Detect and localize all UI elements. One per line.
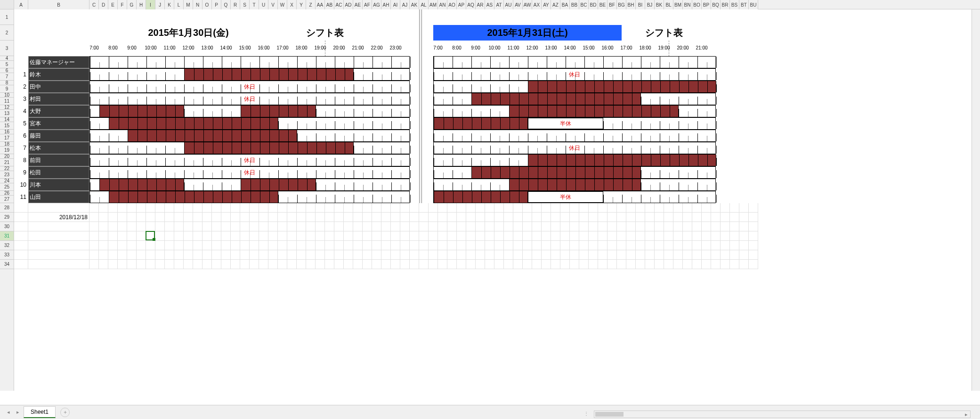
day1-row-前田[interactable]: 休日 [89,154,410,166]
col-head-AV[interactable]: AV [513,0,523,9]
col-head-BQ[interactable]: BQ [711,0,721,9]
col-head-AA[interactable]: AA [316,0,325,9]
add-sheet-button[interactable]: ＋ [60,408,70,417]
col-head-Y[interactable]: Y [297,0,306,9]
row-head-19[interactable]: 19 [0,147,14,154]
col-head-E[interactable]: E [108,0,118,9]
row-head-33[interactable]: 33 [0,250,14,260]
col-head-AW[interactable]: AW [523,0,532,9]
col-head-AK[interactable]: AK [410,0,419,9]
row-head-31[interactable]: 31 [0,231,14,241]
col-head-BC[interactable]: BC [579,0,589,9]
day1-row-藤田[interactable] [89,130,410,142]
col-head-Q[interactable]: Q [221,0,231,9]
col-head-BN[interactable]: BN [683,0,692,9]
scroll-right-icon[interactable]: ▸ [963,411,970,418]
col-head-AX[interactable]: AX [532,0,542,9]
col-head-AI[interactable]: AI [391,0,400,9]
row-head-25[interactable]: 25 [0,183,14,191]
col-head-L[interactable]: L [174,0,184,9]
col-head-BS[interactable]: BS [730,0,739,9]
col-head-BU[interactable]: BU [749,0,758,9]
row-head-4[interactable]: 4 [0,56,14,61]
col-head-K[interactable]: K [165,0,174,9]
col-head-BR[interactable]: BR [721,0,730,9]
col-head-V[interactable]: V [268,0,278,9]
col-head-BM[interactable]: BM [673,0,683,9]
col-head-AY[interactable]: AY [542,0,551,9]
col-head-AM[interactable]: AM [429,0,438,9]
col-head-BK[interactable]: BK [655,0,664,9]
tab-nav-prev-icon[interactable]: ▸ [14,409,22,416]
day1-row-村田[interactable]: 休日 [89,93,410,105]
col-head-H[interactable]: H [137,0,146,9]
day1-row-大野[interactable] [89,105,410,117]
row-head-32[interactable]: 32 [0,241,14,250]
col-head-AJ[interactable]: AJ [400,0,410,9]
col-head-W[interactable]: W [278,0,287,9]
row-head-29[interactable]: 29 [0,213,14,222]
sheet-tab[interactable]: Sheet1 [24,406,56,418]
day1-row-川本[interactable] [89,179,410,191]
day1-row-松田[interactable]: 休日 [89,166,410,179]
row-head-3[interactable]: 3 [0,41,14,56]
col-head-BI[interactable]: BI [636,0,645,9]
col-head-BB[interactable]: BB [570,0,579,9]
row-head-23[interactable]: 23 [0,171,14,179]
col-head-BD[interactable]: BD [589,0,598,9]
col-head-BL[interactable]: BL [664,0,673,9]
col-head-BT[interactable]: BT [739,0,749,9]
col-head-AO[interactable]: AO [447,0,457,9]
row-head-9[interactable]: 9 [0,85,14,93]
col-head-BJ[interactable]: BJ [645,0,655,9]
row-head-18[interactable]: 18 [0,142,14,147]
col-head-AC[interactable]: AC [334,0,344,9]
day2-row-鈴木[interactable]: 休日 [433,68,716,81]
day1-row-松本[interactable] [89,142,410,154]
row-head-12[interactable]: 12 [0,105,14,110]
day1-row-山田[interactable] [89,191,410,203]
day2-row-松本[interactable]: 休日 [433,142,716,154]
col-head-BO[interactable]: BO [692,0,702,9]
day2-row-田中[interactable] [433,81,716,93]
col-head-U[interactable]: U [259,0,268,9]
col-head-Z[interactable]: Z [306,0,316,9]
row-head-14[interactable]: 14 [0,117,14,122]
row-head-13[interactable]: 13 [0,110,14,117]
row-head-34[interactable]: 34 [0,260,14,269]
col-head-AU[interactable]: AU [504,0,513,9]
col-head-BP[interactable]: BP [702,0,711,9]
select-all-corner[interactable] [0,0,14,9]
col-head-AH[interactable]: AH [381,0,391,9]
col-head-AF[interactable]: AF [363,0,372,9]
col-head-AN[interactable]: AN [438,0,447,9]
col-head-F[interactable]: F [118,0,127,9]
row-head-26[interactable]: 26 [0,191,14,196]
col-head-BG[interactable]: BG [617,0,626,9]
day2-row-藤田[interactable] [433,130,716,142]
vertical-scrollbar[interactable] [972,9,980,391]
row-head-21[interactable]: 21 [0,159,14,166]
row-head-27[interactable]: 27 [0,196,14,203]
col-head-AG[interactable]: AG [372,0,381,9]
row-head-22[interactable]: 22 [0,166,14,171]
row-head-16[interactable]: 16 [0,130,14,134]
day2-row-前田[interactable] [433,154,716,166]
col-head-AE[interactable]: AE [353,0,363,9]
col-head-AQ[interactable]: AQ [466,0,476,9]
col-head-BF[interactable]: BF [607,0,617,9]
horizontal-scrollbar[interactable]: ◂ ▸ [594,411,971,418]
day2-row-宮本[interactable]: 半休 [433,117,716,130]
row-head-2[interactable]: 2 [0,25,14,41]
row-head-28[interactable]: 28 [0,203,14,213]
col-head-I[interactable]: I [146,0,155,9]
col-head-J[interactable]: J [155,0,165,9]
day2-row-大野[interactable] [433,105,716,117]
col-head-A[interactable]: A [14,0,28,9]
col-head-D[interactable]: D [99,0,108,9]
row-head-10[interactable]: 10 [0,93,14,98]
col-head-AR[interactable]: AR [476,0,485,9]
day1-row-鈴木[interactable] [89,68,410,81]
col-head-X[interactable]: X [287,0,297,9]
col-head-O[interactable]: O [202,0,212,9]
